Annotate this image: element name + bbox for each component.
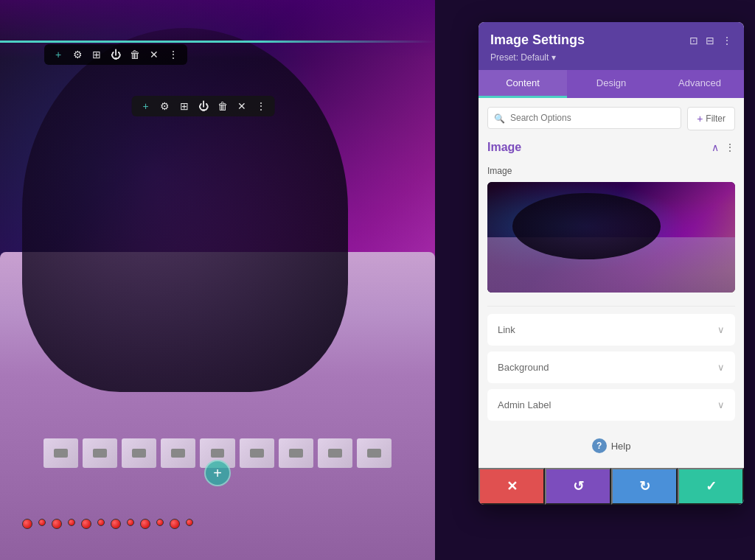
toolbar-add-icon[interactable]: + [52,49,65,60]
image-section-controls: ∧ ⋮ [711,141,735,153]
module-more-icon[interactable]: ⋮ [254,100,268,112]
filter-plus-icon: + [697,113,703,125]
preview-headphones [512,193,661,259]
image-field-label: Image [487,166,735,176]
headphones-overlay [22,28,349,392]
knob-1 [22,519,32,529]
module-layout-icon[interactable]: ⊞ [178,100,191,112]
image-settings-panel: Image Settings ⊡ ⊟ ⋮ Preset: Default ▾ C… [479,22,744,505]
fader-1 [44,438,78,468]
knob-12 [186,519,193,526]
cancel-button[interactable]: ✕ [479,468,545,505]
panel-icon-more[interactable]: ⋮ [722,35,732,46]
module-settings-icon[interactable]: ⚙ [159,100,172,112]
fader-row [44,379,392,468]
redo-button[interactable]: ↻ [611,468,678,505]
toolbar-power-icon[interactable]: ⏻ [109,49,122,60]
add-section-icon: + [213,465,222,482]
search-icon: 🔍 [494,113,505,124]
module-toolbar: + ⚙ ⊞ ⏻ 🗑 ✕ ⋮ [132,96,275,116]
admin-label-chevron-icon: ∨ [717,399,725,410]
tabs-row: Content Design Advanced [479,70,744,98]
help-label: Help [611,441,631,452]
link-section-chevron-icon: ∨ [717,324,725,335]
help-row[interactable]: ? Help [487,427,735,459]
admin-label-section-header[interactable]: Admin Label ∨ [487,389,735,421]
image-section-collapse-icon[interactable]: ∧ [711,141,719,153]
image-preview-box[interactable] [487,182,735,293]
fader-7 [279,438,313,468]
image-preview-inner [487,182,735,293]
redo-icon: ↻ [639,478,650,494]
cancel-icon: ✕ [507,478,518,494]
module-add-icon[interactable]: + [139,100,153,112]
module-power-icon[interactable]: ⏻ [197,100,210,112]
toolbar-more-icon[interactable]: ⋮ [167,49,180,60]
bottom-action-bar: ✕ ↺ ↻ ✓ [479,468,744,505]
module-close-icon[interactable]: ✕ [235,100,248,112]
add-section-button[interactable]: + [204,460,231,486]
panel-title: Image Settings [490,32,585,48]
help-icon: ? [592,438,607,453]
link-section: Link ∨ [487,314,735,346]
panel-body: 🔍 + Filter Image ∧ ⋮ Image [479,98,744,468]
preset-arrow-icon: ▾ [552,52,556,63]
fader-3 [122,438,156,468]
confirm-button[interactable]: ✓ [678,468,744,505]
knob-2 [38,519,46,526]
fader-6 [240,438,274,468]
panel-header: Image Settings ⊡ ⊟ ⋮ Preset: Default ▾ [479,22,744,70]
fader-2 [83,438,117,468]
fader-9 [357,438,392,468]
filter-label: Filter [706,113,726,124]
divider-1 [487,306,735,307]
tab-design[interactable]: Design [567,70,655,98]
admin-label-section: Admin Label ∨ [487,389,735,421]
tab-advanced[interactable]: Advanced [655,70,744,98]
link-section-label: Link [498,324,515,335]
background-section-header[interactable]: Background ∨ [487,351,735,383]
knob-5 [81,519,91,529]
knob-11 [170,519,180,529]
tab-content[interactable]: Content [479,70,567,98]
knob-10 [156,519,164,526]
knobs-row [22,519,414,529]
search-options-input[interactable] [487,107,681,129]
toolbar-delete-icon[interactable]: 🗑 [128,49,142,60]
undo-button[interactable]: ↺ [545,468,611,505]
image-section-title: Image [487,141,521,154]
toolbar-settings-icon[interactable]: ⚙ [71,49,84,60]
panel-icon-minimize[interactable]: ⊟ [706,35,714,46]
search-row: 🔍 + Filter [487,107,735,130]
knob-6 [97,519,105,526]
knob-7 [111,519,121,529]
search-input-wrap: 🔍 [487,107,681,130]
module-delete-icon[interactable]: 🗑 [216,100,229,112]
undo-icon: ↺ [573,478,584,494]
fader-4 [161,438,195,468]
link-section-header[interactable]: Link ∨ [487,314,735,346]
confirm-icon: ✓ [706,478,717,494]
admin-label-section-label: Admin Label [498,399,551,410]
top-toolbar: + ⚙ ⊞ ⏻ 🗑 ✕ ⋮ [44,44,187,65]
preset-selector[interactable]: Preset: Default ▾ [490,52,732,63]
preset-text: Preset: Default [490,52,549,63]
fader-8 [318,438,352,468]
panel-header-icons: ⊡ ⊟ ⋮ [689,35,732,46]
background-section-label: Background [498,362,549,373]
background-section-chevron-icon: ∨ [717,362,725,373]
canvas-area: + ⚙ ⊞ ⏻ 🗑 ✕ ⋮ + ⚙ ⊞ ⏻ 🗑 ✕ ⋮ + [0,0,435,560]
knob-9 [140,519,150,529]
knob-3 [52,519,62,529]
knob-8 [127,519,134,526]
background-section: Background ∨ [487,351,735,383]
image-section-header: Image ∧ ⋮ [487,141,735,157]
filter-button[interactable]: + Filter [687,107,735,130]
toolbar-layout-icon[interactable]: ⊞ [90,49,103,60]
toolbar-close-icon[interactable]: ✕ [147,49,161,60]
image-section: Image ∧ ⋮ Image [487,141,735,293]
knob-4 [68,519,75,526]
panel-header-top: Image Settings ⊡ ⊟ ⋮ [490,32,732,48]
image-section-more-icon[interactable]: ⋮ [725,141,735,153]
panel-icon-fullscreen[interactable]: ⊡ [689,35,698,46]
